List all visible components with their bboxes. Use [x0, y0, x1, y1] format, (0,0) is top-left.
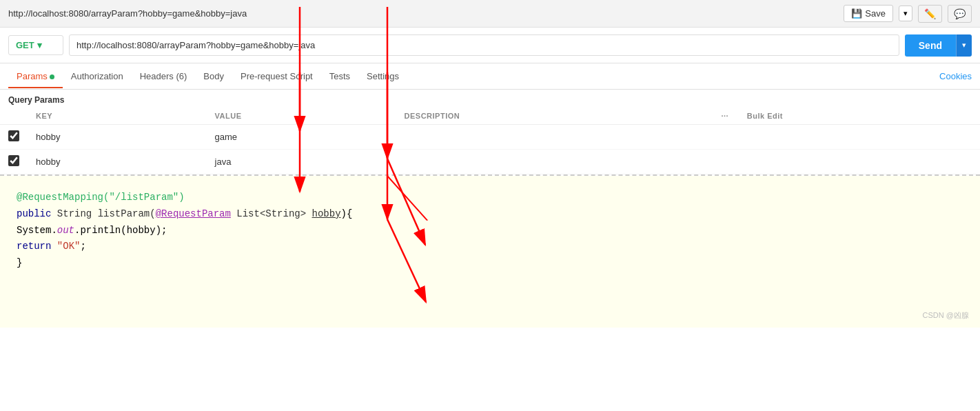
tabs-bar: Params Authorization Headers (6) Body Pr…: [0, 63, 980, 90]
tab-prerequest[interactable]: Pre-request Script: [232, 64, 321, 88]
url-input[interactable]: [69, 34, 899, 56]
code-type-string: String: [57, 208, 92, 219]
col-key: KEY: [28, 108, 207, 125]
method-arrow-icon: ▾: [37, 40, 42, 50]
code-return-kw: return: [17, 241, 51, 252]
row-key-0: hobby: [28, 125, 207, 150]
code-annotation-1: @RequestMapping("/listParam"): [17, 192, 185, 203]
col-checkbox: [0, 108, 28, 125]
row-key-1: hobby: [28, 150, 207, 174]
code-section: @RequestMapping("/listParam") public Str…: [0, 176, 980, 328]
save-icon: 💾: [851, 8, 862, 19]
row-value-1: java: [207, 150, 396, 174]
params-dot: [50, 74, 54, 79]
top-bar-title: http://localhost:8080/arrayParam?hobby=g…: [8, 8, 247, 19]
edit-icon-button[interactable]: ✏️: [918, 5, 942, 23]
code-line-2: public String listParam(@RequestParam Li…: [17, 206, 963, 223]
row-more-0: [711, 125, 739, 150]
code-method-name: listParam(: [98, 208, 156, 219]
row-more-1: [711, 150, 739, 174]
row-desc-0: [396, 125, 711, 150]
table-row: hobby game: [0, 125, 980, 150]
code-line-4: return "OK";: [17, 239, 963, 255]
row-bulk-1: [739, 150, 980, 174]
code-param-type: List<String>: [236, 208, 306, 219]
code-line-5: }: [17, 255, 963, 272]
save-button[interactable]: 💾 Save: [844, 5, 893, 22]
table-row: hobby java: [0, 150, 980, 174]
save-dropdown-button[interactable]: ▾: [899, 6, 912, 21]
code-return-string: "OK": [57, 241, 81, 252]
row-bulk-0: [739, 125, 980, 150]
params-table-header: KEY VALUE DESCRIPTION ··· Bulk Edit: [0, 108, 980, 125]
query-params-label: Query Params: [0, 90, 980, 108]
code-out: out: [57, 225, 74, 236]
csdn-watermark: CSDN @凶腺: [923, 309, 969, 322]
col-more: ···: [711, 108, 739, 125]
tab-headers[interactable]: Headers (6): [132, 64, 196, 88]
tab-authorization[interactable]: Authorization: [63, 64, 132, 88]
url-bar: GET ▾ Send ▾: [0, 28, 980, 63]
cookies-link[interactable]: Cookies: [939, 71, 972, 81]
tab-tests[interactable]: Tests: [321, 64, 358, 88]
send-dropdown-button[interactable]: ▾: [956, 34, 972, 57]
tab-settings[interactable]: Settings: [358, 64, 407, 88]
code-line-3: System.out.println(hobby);: [17, 223, 963, 239]
method-select[interactable]: GET ▾: [8, 35, 63, 55]
row-desc-1: [396, 150, 711, 174]
col-bulk-edit[interactable]: Bulk Edit: [739, 108, 980, 125]
send-button[interactable]: Send: [905, 34, 956, 57]
top-bar-actions: 💾 Save ▾ ✏️ 💬: [844, 5, 972, 23]
col-description: DESCRIPTION: [396, 108, 711, 125]
comment-icon-button[interactable]: 💬: [948, 5, 972, 23]
tab-body[interactable]: Body: [195, 64, 232, 88]
top-bar: http://localhost:8080/arrayParam?hobby=g…: [0, 0, 980, 28]
code-param-name: hobby: [312, 208, 341, 219]
params-table: KEY VALUE DESCRIPTION ··· Bulk Edit hobb…: [0, 108, 980, 174]
row-value-0: game: [207, 125, 396, 150]
tab-params[interactable]: Params: [8, 64, 63, 88]
col-value: VALUE: [207, 108, 396, 125]
code-annotation-2: @RequestParam: [156, 208, 231, 219]
code-section-wrapper: @RequestMapping("/listParam") public Str…: [0, 176, 980, 328]
code-line-1: @RequestMapping("/listParam"): [17, 190, 963, 206]
row-checkbox-0[interactable]: [8, 130, 19, 141]
code-kw-public: public: [17, 208, 51, 219]
send-group: Send ▾: [905, 34, 972, 57]
row-checkbox-1[interactable]: [8, 155, 19, 166]
params-section: Query Params KEY VALUE DESCRIPTION ··· B…: [0, 90, 980, 176]
app-container: http://localhost:8080/arrayParam?hobby=g…: [0, 0, 980, 328]
method-label: GET: [16, 40, 34, 50]
